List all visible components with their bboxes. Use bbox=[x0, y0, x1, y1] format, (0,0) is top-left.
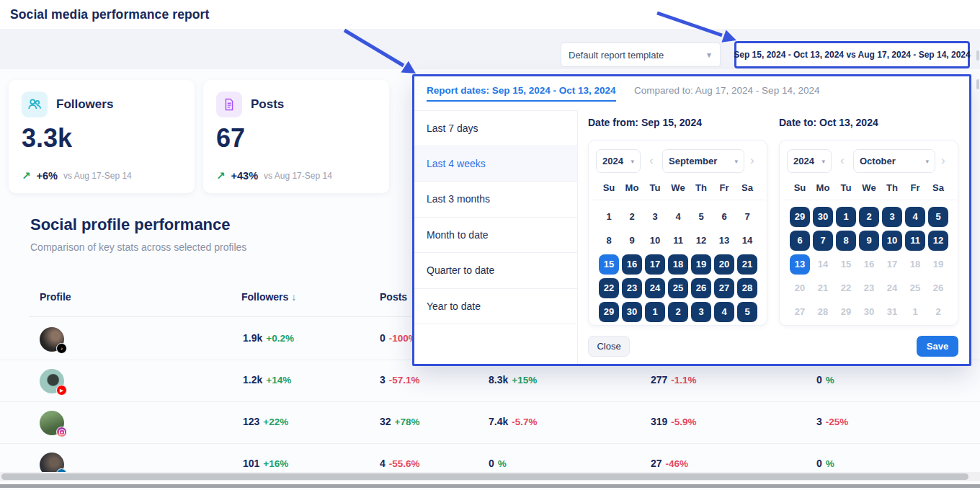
calendar-day[interactable]: 29 bbox=[599, 302, 619, 322]
calendar-day[interactable]: 23 bbox=[859, 278, 879, 298]
calendar-day[interactable]: 9 bbox=[859, 231, 879, 251]
calendar-day[interactable]: 30 bbox=[622, 302, 642, 322]
month-select[interactable]: September▾ bbox=[662, 149, 744, 173]
calendar-day[interactable]: 3 bbox=[691, 302, 711, 322]
calendar-day[interactable]: 12 bbox=[691, 231, 711, 251]
calendar-day[interactable]: 29 bbox=[790, 207, 810, 227]
column-header-profile[interactable]: Profile bbox=[40, 291, 71, 303]
preset-month-to-date[interactable]: Month to date bbox=[414, 218, 577, 254]
calendar-day[interactable]: 11 bbox=[668, 231, 688, 251]
date-range-button[interactable]: Sep 15, 2024 - Oct 13, 2024 vs Aug 17, 2… bbox=[734, 41, 970, 68]
calendar-day[interactable]: 28 bbox=[737, 278, 757, 298]
calendar-day[interactable]: 26 bbox=[928, 278, 948, 298]
year-select[interactable]: 2024▾ bbox=[787, 149, 832, 173]
column-header-followers[interactable]: Followers↓ bbox=[241, 291, 296, 303]
calendar-day[interactable]: 4 bbox=[714, 302, 734, 322]
calendar-day[interactable]: 19 bbox=[691, 254, 711, 275]
preset-last-4-weeks[interactable]: Last 4 weeks bbox=[414, 146, 577, 182]
weekday-label: Fr bbox=[713, 182, 736, 193]
column-header-posts[interactable]: Posts bbox=[380, 291, 407, 303]
calendar-day[interactable]: 17 bbox=[882, 254, 902, 275]
next-month-icon[interactable]: › bbox=[750, 153, 754, 168]
horizontal-scrollbar-thumb[interactable] bbox=[1, 473, 968, 480]
calendar-day[interactable]: 24 bbox=[882, 278, 902, 298]
calendar-day[interactable]: 20 bbox=[714, 254, 734, 275]
calendar-day[interactable]: 10 bbox=[645, 231, 665, 251]
calendar-day[interactable]: 27 bbox=[790, 302, 810, 322]
month-select[interactable]: October▾ bbox=[853, 149, 935, 173]
calendar-day[interactable]: 28 bbox=[813, 302, 833, 322]
calendar-day[interactable]: 18 bbox=[905, 254, 925, 275]
calendar-day[interactable]: 5 bbox=[928, 207, 948, 227]
calendar-day[interactable]: 14 bbox=[813, 254, 833, 275]
tab-report-dates[interactable]: Report dates: Sep 15, 2024 - Oct 13, 202… bbox=[427, 85, 616, 102]
calendar-day[interactable]: 6 bbox=[790, 231, 810, 251]
calendar-day[interactable]: 21 bbox=[737, 254, 757, 275]
calendar-day[interactable]: 3 bbox=[882, 207, 902, 227]
calendar-day[interactable]: 25 bbox=[905, 278, 925, 298]
calendar-day[interactable]: 1 bbox=[645, 302, 665, 322]
calendar-day[interactable]: 8 bbox=[836, 231, 856, 251]
calendar-day[interactable]: 5 bbox=[691, 207, 711, 227]
calendar-day[interactable]: 22 bbox=[599, 278, 619, 298]
calendar-day[interactable]: 15 bbox=[836, 254, 856, 275]
profile-avatar-instagram[interactable] bbox=[40, 411, 64, 435]
calendar-day[interactable]: 1 bbox=[599, 207, 619, 227]
calendar-day[interactable]: 11 bbox=[905, 231, 925, 251]
weekday-label: We bbox=[858, 182, 881, 193]
calendar-day[interactable]: 2 bbox=[928, 302, 948, 322]
calendar-day[interactable]: 3 bbox=[645, 207, 665, 227]
close-button[interactable]: Close bbox=[588, 336, 630, 357]
date-picker-dialog: Report dates: Sep 15, 2024 - Oct 13, 202… bbox=[412, 74, 971, 366]
calendar-day[interactable]: 1 bbox=[905, 302, 925, 322]
calendar-day[interactable]: 8 bbox=[599, 231, 619, 251]
prev-month-icon[interactable]: ‹ bbox=[649, 153, 654, 168]
preset-quarter-to-date[interactable]: Quarter to date bbox=[414, 253, 577, 289]
calendar-day[interactable]: 16 bbox=[622, 254, 642, 275]
next-month-icon[interactable]: › bbox=[941, 153, 945, 168]
calendar-day[interactable]: 7 bbox=[737, 207, 757, 227]
calendar-day[interactable]: 26 bbox=[691, 278, 711, 298]
calendar-day[interactable]: 13 bbox=[790, 254, 810, 275]
calendar-day[interactable]: 14 bbox=[737, 231, 757, 251]
preset-year-to-date[interactable]: Year to date bbox=[414, 289, 577, 325]
calendar-day[interactable]: 4 bbox=[905, 207, 925, 227]
calendar-day[interactable]: 31 bbox=[882, 302, 902, 322]
calendar-day[interactable]: 27 bbox=[714, 278, 734, 298]
calendar-day[interactable]: 9 bbox=[622, 231, 642, 251]
calendar-day[interactable]: 24 bbox=[645, 278, 665, 298]
calendar-day[interactable]: 19 bbox=[928, 254, 948, 275]
calendar-day[interactable]: 4 bbox=[668, 207, 688, 227]
year-select[interactable]: 2024▾ bbox=[596, 149, 641, 173]
prev-month-icon[interactable]: ‹ bbox=[840, 153, 845, 168]
calendar-day[interactable]: 25 bbox=[668, 278, 688, 298]
calendar-day[interactable]: 22 bbox=[836, 278, 856, 298]
calendar-day[interactable]: 23 bbox=[622, 278, 642, 298]
calendar-day[interactable]: 29 bbox=[836, 302, 856, 322]
save-button[interactable]: Save bbox=[917, 336, 958, 357]
calendar-day[interactable]: 2 bbox=[668, 302, 688, 322]
calendar-day[interactable]: 30 bbox=[813, 207, 833, 227]
calendar-day[interactable]: 7 bbox=[813, 231, 833, 251]
calendar-day[interactable]: 16 bbox=[859, 254, 879, 275]
calendar-day[interactable]: 17 bbox=[645, 254, 665, 275]
calendar-day[interactable]: 15 bbox=[599, 254, 619, 275]
calendar-day[interactable]: 30 bbox=[859, 302, 879, 322]
calendar-day[interactable]: 12 bbox=[928, 231, 948, 251]
calendar-day[interactable]: 2 bbox=[622, 207, 642, 227]
calendar-day[interactable]: 2 bbox=[859, 207, 879, 227]
calendar-day[interactable]: 18 bbox=[668, 254, 688, 275]
profile-avatar-tiktok[interactable]: ♪ bbox=[40, 327, 64, 352]
calendar-day[interactable]: 10 bbox=[882, 231, 902, 251]
calendar-day[interactable]: 13 bbox=[714, 231, 734, 251]
preset-last-3-months[interactable]: Last 3 months bbox=[414, 182, 577, 218]
preset-last-7-days[interactable]: Last 7 days bbox=[414, 110, 577, 146]
calendar-day[interactable]: 21 bbox=[813, 278, 833, 298]
calendar-day[interactable]: 1 bbox=[836, 207, 856, 227]
tab-compared-to[interactable]: Compared to: Aug 17, 2024 - Sep 14, 2024 bbox=[634, 85, 819, 96]
report-template-select[interactable]: Default report template ▼ bbox=[561, 43, 721, 67]
calendar-day[interactable]: 20 bbox=[790, 278, 810, 298]
calendar-day[interactable]: 6 bbox=[714, 207, 734, 227]
calendar-day[interactable]: 5 bbox=[737, 302, 757, 322]
profile-avatar-youtube[interactable]: ▶ bbox=[40, 369, 64, 393]
